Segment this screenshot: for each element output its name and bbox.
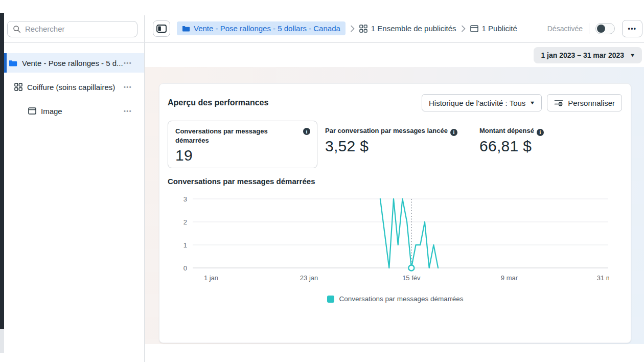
svg-text:9 mar: 9 mar <box>501 274 518 282</box>
folder-icon <box>182 25 190 32</box>
date-range-selector[interactable]: 1 jan 2023 – 31 mar 2023 ▼ <box>534 47 642 63</box>
divider <box>589 23 589 34</box>
info-icon[interactable]: i <box>450 129 457 136</box>
chevron-right-icon <box>461 25 466 32</box>
row-more-icon[interactable]: ••• <box>124 84 132 90</box>
card-title: Aperçu des performances <box>168 98 268 107</box>
activity-history-dropdown[interactable]: Historique de l'activité : Tous ▼ <box>422 94 542 111</box>
ad-frame-icon <box>28 107 36 115</box>
chart-marker[interactable] <box>408 265 414 271</box>
search-icon <box>13 25 21 33</box>
metric-amount-spent[interactable]: Montant dépenséi 66,81 $ <box>479 121 544 168</box>
customize-button[interactable]: Personnaliser <box>547 94 622 111</box>
campaign-tree-sidebar: Vente - Pose rallonges - 5 d... ••• Coif… <box>4 15 145 362</box>
metric-value: 19 <box>175 147 310 164</box>
date-range-label: 1 jan 2023 – 31 mar 2023 <box>541 51 624 59</box>
search-input-box[interactable] <box>7 21 137 37</box>
campaign-tree: Vente - Pose rallonges - 5 d... ••• Coif… <box>4 53 144 121</box>
search-input[interactable] <box>25 25 132 33</box>
date-row: 1 jan 2023 – 31 mar 2023 ▼ <box>145 43 644 67</box>
sidebar-item-label: Coiffure (soins capillaires) <box>27 83 115 92</box>
metric-card-conversations[interactable]: Conversations par messages démarrées i 1… <box>168 121 317 168</box>
left-scrollbar[interactable] <box>0 13 4 329</box>
ad-status-toggle[interactable] <box>595 23 615 34</box>
performance-panel: Aperçu des performances Historique de l'… <box>145 67 644 344</box>
line-chart[interactable]: 32101 jan23 jan15 fév9 mar31 mar <box>170 190 609 288</box>
collapse-sidebar-button[interactable] <box>153 20 170 37</box>
adset-grid-icon <box>359 25 367 33</box>
toggle-knob <box>597 25 605 33</box>
chart-area[interactable]: 32101 jan23 jan15 fév9 mar31 mar <box>170 190 623 290</box>
sidebar-item-adset[interactable]: Coiffure (soins capillaires) ••• <box>4 77 144 97</box>
sidebar-item-label: Image <box>41 107 62 116</box>
sidebar-search-area <box>4 15 144 43</box>
caret-down-icon: ▼ <box>530 100 536 105</box>
sidebar-item-label: Vente - Pose rallonges - 5 d... <box>22 59 123 67</box>
metric-label: Par conversation par messages lancéei <box>325 126 479 136</box>
main-content: Vente - Pose rallonges - 5 dollars - Can… <box>145 0 644 362</box>
legend-swatch-teal <box>327 296 334 303</box>
header-more-button[interactable]: ••• <box>622 20 642 37</box>
row-more-icon[interactable]: ••• <box>124 108 132 114</box>
breadcrumb-adset-label: 1 Ensemble de publicités <box>371 24 456 33</box>
info-icon[interactable]: i <box>303 128 310 135</box>
metric-value: 3,52 $ <box>325 138 479 155</box>
metric-label: Montant dépenséi <box>479 126 544 136</box>
legend-label: Conversations par messages démarrées <box>339 295 463 303</box>
metric-label: Conversations par messages démarrées <box>175 127 285 145</box>
breadcrumb-header: Vente - Pose rallonges - 5 dollars - Can… <box>145 0 644 43</box>
card-header: Aperçu des performances Historique de l'… <box>168 94 623 111</box>
customize-label: Personnaliser <box>568 99 615 107</box>
chart-legend: Conversations par messages démarrées <box>168 295 623 303</box>
svg-text:1: 1 <box>183 241 187 249</box>
activity-history-label: Historique de l'activité : Tous <box>429 99 525 107</box>
chevron-right-icon <box>350 25 355 32</box>
ads-manager-screen: Vente - Pose rallonges - 5 d... ••• Coif… <box>0 0 644 362</box>
status-label: Désactivée <box>547 25 583 33</box>
info-icon[interactable]: i <box>537 129 544 136</box>
svg-text:3: 3 <box>183 195 187 203</box>
svg-text:1 jan: 1 jan <box>204 274 218 282</box>
breadcrumb-campaign-label: Vente - Pose rallonges - 5 dollars - Can… <box>194 24 340 33</box>
breadcrumb-campaign[interactable]: Vente - Pose rallonges - 5 dollars - Can… <box>177 21 346 35</box>
breadcrumb-adset[interactable]: 1 Ensemble de publicités <box>359 24 456 33</box>
sidebar-item-ad[interactable]: Image ••• <box>4 101 144 121</box>
metric-cost-per-conversation[interactable]: Par conversation par messages lancéei 3,… <box>325 121 479 168</box>
breadcrumb-ad[interactable]: 1 Publicité <box>470 24 517 33</box>
metric-value: 66,81 $ <box>479 138 544 155</box>
panel-toggle-icon <box>156 25 167 33</box>
left-scrollbar-track <box>0 329 4 353</box>
adset-grid-icon <box>14 83 22 91</box>
performance-card: Aperçu des performances Historique de l'… <box>159 83 631 343</box>
svg-text:2: 2 <box>183 218 187 226</box>
row-more-icon[interactable]: ••• <box>124 60 132 66</box>
svg-text:15 fév: 15 fév <box>402 274 421 282</box>
chart-title: Conversations par messages démarrées <box>168 177 623 186</box>
customize-sliders-icon <box>554 99 563 107</box>
caret-down-icon: ▼ <box>630 53 636 58</box>
svg-text:0: 0 <box>183 264 187 272</box>
folder-icon <box>9 59 17 67</box>
ad-frame-icon <box>470 25 478 32</box>
svg-text:23 jan: 23 jan <box>300 274 318 282</box>
sidebar-item-campaign[interactable]: Vente - Pose rallonges - 5 d... ••• <box>4 53 144 73</box>
svg-text:31 mar: 31 mar <box>597 274 609 282</box>
breadcrumb-ad-label: 1 Publicité <box>482 24 517 33</box>
metrics-row: Conversations par messages démarrées i 1… <box>168 121 623 168</box>
